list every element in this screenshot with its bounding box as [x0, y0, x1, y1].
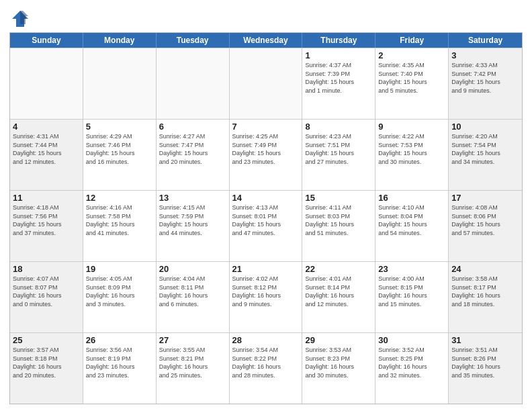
day-info: Sunrise: 4:08 AM Sunset: 8:06 PM Dayligh… [451, 203, 519, 237]
header [9, 7, 523, 28]
day-number: 5 [86, 122, 153, 132]
day-cell-26: 26Sunrise: 3:56 AM Sunset: 8:19 PM Dayli… [83, 333, 157, 404]
day-info: Sunrise: 4:15 AM Sunset: 7:59 PM Dayligh… [159, 203, 226, 237]
day-cell-7: 7Sunrise: 4:25 AM Sunset: 7:49 PM Daylig… [230, 120, 303, 190]
day-number: 16 [378, 193, 445, 203]
day-number: 19 [86, 264, 153, 274]
page: SundayMondayTuesdayWednesdayThursdayFrid… [0, 0, 532, 411]
weekday-header-saturday: Saturday [449, 33, 522, 48]
empty-cell [230, 48, 303, 119]
day-number: 22 [305, 264, 372, 274]
day-number: 13 [159, 193, 226, 203]
day-cell-20: 20Sunrise: 4:04 AM Sunset: 8:11 PM Dayli… [157, 262, 230, 332]
svg-marker-1 [20, 11, 28, 24]
day-cell-3: 3Sunrise: 4:33 AM Sunset: 7:42 PM Daylig… [449, 48, 522, 119]
day-cell-16: 16Sunrise: 4:10 AM Sunset: 8:04 PM Dayli… [375, 191, 449, 261]
day-number: 4 [13, 122, 80, 132]
calendar-row-5: 25Sunrise: 3:57 AM Sunset: 8:18 PM Dayli… [10, 332, 522, 404]
weekday-header-tuesday: Tuesday [157, 33, 230, 48]
day-cell-9: 9Sunrise: 4:22 AM Sunset: 7:53 PM Daylig… [375, 120, 449, 190]
weekday-header-friday: Friday [375, 33, 449, 48]
day-number: 12 [86, 193, 153, 203]
day-info: Sunrise: 4:02 AM Sunset: 8:12 PM Dayligh… [232, 275, 300, 308]
weekday-header-thursday: Thursday [302, 33, 375, 48]
day-cell-24: 24Sunrise: 3:58 AM Sunset: 8:17 PM Dayli… [449, 262, 522, 332]
day-info: Sunrise: 4:00 AM Sunset: 8:15 PM Dayligh… [378, 275, 445, 308]
day-info: Sunrise: 4:22 AM Sunset: 7:53 PM Dayligh… [378, 132, 445, 166]
day-info: Sunrise: 4:04 AM Sunset: 8:11 PM Dayligh… [159, 275, 226, 308]
day-info: Sunrise: 4:25 AM Sunset: 7:49 PM Dayligh… [232, 132, 300, 166]
day-info: Sunrise: 4:18 AM Sunset: 7:56 PM Dayligh… [13, 203, 80, 237]
empty-cell [157, 48, 230, 119]
day-cell-21: 21Sunrise: 4:02 AM Sunset: 8:12 PM Dayli… [230, 262, 303, 332]
day-info: Sunrise: 4:10 AM Sunset: 8:04 PM Dayligh… [378, 203, 445, 237]
day-number: 9 [378, 122, 445, 132]
weekday-header-monday: Monday [83, 33, 157, 48]
day-info: Sunrise: 4:16 AM Sunset: 7:58 PM Dayligh… [86, 203, 153, 237]
day-info: Sunrise: 4:20 AM Sunset: 7:54 PM Dayligh… [451, 132, 519, 166]
day-info: Sunrise: 4:27 AM Sunset: 7:47 PM Dayligh… [159, 132, 226, 166]
day-number: 24 [451, 264, 519, 274]
day-number: 1 [305, 50, 372, 60]
day-cell-19: 19Sunrise: 4:05 AM Sunset: 8:09 PM Dayli… [83, 262, 157, 332]
day-info: Sunrise: 3:55 AM Sunset: 8:21 PM Dayligh… [159, 346, 226, 379]
day-number: 2 [378, 50, 445, 60]
day-cell-11: 11Sunrise: 4:18 AM Sunset: 7:56 PM Dayli… [10, 191, 83, 261]
day-info: Sunrise: 3:57 AM Sunset: 8:18 PM Dayligh… [13, 346, 80, 379]
day-cell-30: 30Sunrise: 3:52 AM Sunset: 8:25 PM Dayli… [375, 333, 449, 404]
day-cell-25: 25Sunrise: 3:57 AM Sunset: 8:18 PM Dayli… [10, 333, 83, 404]
day-number: 27 [159, 335, 226, 345]
day-number: 20 [159, 264, 226, 274]
day-info: Sunrise: 3:56 AM Sunset: 8:19 PM Dayligh… [86, 346, 153, 379]
day-number: 23 [378, 264, 445, 274]
day-cell-6: 6Sunrise: 4:27 AM Sunset: 7:47 PM Daylig… [157, 120, 230, 190]
day-info: Sunrise: 4:11 AM Sunset: 8:03 PM Dayligh… [305, 203, 372, 237]
day-info: Sunrise: 4:33 AM Sunset: 7:42 PM Dayligh… [451, 61, 519, 95]
day-cell-13: 13Sunrise: 4:15 AM Sunset: 7:59 PM Dayli… [157, 191, 230, 261]
calendar-row-4: 18Sunrise: 4:07 AM Sunset: 8:07 PM Dayli… [10, 261, 522, 332]
calendar-header: SundayMondayTuesdayWednesdayThursdayFrid… [10, 33, 522, 48]
calendar-row-2: 4Sunrise: 4:31 AM Sunset: 7:44 PM Daylig… [10, 119, 522, 190]
day-cell-18: 18Sunrise: 4:07 AM Sunset: 8:07 PM Dayli… [10, 262, 83, 332]
day-cell-15: 15Sunrise: 4:11 AM Sunset: 8:03 PM Dayli… [302, 191, 375, 261]
day-cell-31: 31Sunrise: 3:51 AM Sunset: 8:26 PM Dayli… [449, 333, 522, 404]
calendar: SundayMondayTuesdayWednesdayThursdayFrid… [9, 32, 523, 404]
day-number: 15 [305, 193, 372, 203]
day-number: 14 [232, 193, 300, 203]
day-info: Sunrise: 3:54 AM Sunset: 8:22 PM Dayligh… [232, 346, 300, 379]
day-info: Sunrise: 3:52 AM Sunset: 8:25 PM Dayligh… [378, 346, 445, 379]
day-info: Sunrise: 4:01 AM Sunset: 8:14 PM Dayligh… [305, 275, 372, 308]
day-info: Sunrise: 4:23 AM Sunset: 7:51 PM Dayligh… [305, 132, 372, 166]
day-info: Sunrise: 4:13 AM Sunset: 8:01 PM Dayligh… [232, 203, 300, 237]
calendar-row-1: 1Sunrise: 4:37 AM Sunset: 7:39 PM Daylig… [10, 48, 522, 119]
day-number: 31 [451, 335, 519, 345]
day-cell-29: 29Sunrise: 3:53 AM Sunset: 8:23 PM Dayli… [302, 333, 375, 404]
day-number: 26 [86, 335, 153, 345]
day-cell-17: 17Sunrise: 4:08 AM Sunset: 8:06 PM Dayli… [449, 191, 522, 261]
day-number: 30 [378, 335, 445, 345]
weekday-header-sunday: Sunday [10, 33, 83, 48]
empty-cell [83, 48, 157, 119]
day-cell-10: 10Sunrise: 4:20 AM Sunset: 7:54 PM Dayli… [449, 120, 522, 190]
day-number: 21 [232, 264, 300, 274]
day-cell-2: 2Sunrise: 4:35 AM Sunset: 7:40 PM Daylig… [375, 48, 449, 119]
calendar-row-3: 11Sunrise: 4:18 AM Sunset: 7:56 PM Dayli… [10, 190, 522, 261]
day-number: 28 [232, 335, 300, 345]
day-number: 25 [13, 335, 80, 345]
day-number: 7 [232, 122, 300, 132]
day-cell-28: 28Sunrise: 3:54 AM Sunset: 8:22 PM Dayli… [230, 333, 303, 404]
day-number: 6 [159, 122, 226, 132]
logo [9, 9, 30, 28]
day-info: Sunrise: 3:53 AM Sunset: 8:23 PM Dayligh… [305, 346, 372, 379]
day-info: Sunrise: 4:29 AM Sunset: 7:46 PM Dayligh… [86, 132, 153, 166]
day-cell-4: 4Sunrise: 4:31 AM Sunset: 7:44 PM Daylig… [10, 120, 83, 190]
day-number: 17 [451, 193, 519, 203]
day-info: Sunrise: 4:35 AM Sunset: 7:40 PM Dayligh… [378, 61, 445, 95]
day-cell-23: 23Sunrise: 4:00 AM Sunset: 8:15 PM Dayli… [375, 262, 449, 332]
empty-cell [10, 48, 83, 119]
day-info: Sunrise: 4:37 AM Sunset: 7:39 PM Dayligh… [305, 61, 372, 95]
day-info: Sunrise: 3:58 AM Sunset: 8:17 PM Dayligh… [451, 275, 519, 308]
logo-icon [11, 9, 30, 28]
calendar-body: 1Sunrise: 4:37 AM Sunset: 7:39 PM Daylig… [10, 48, 522, 404]
day-cell-8: 8Sunrise: 4:23 AM Sunset: 7:51 PM Daylig… [302, 120, 375, 190]
